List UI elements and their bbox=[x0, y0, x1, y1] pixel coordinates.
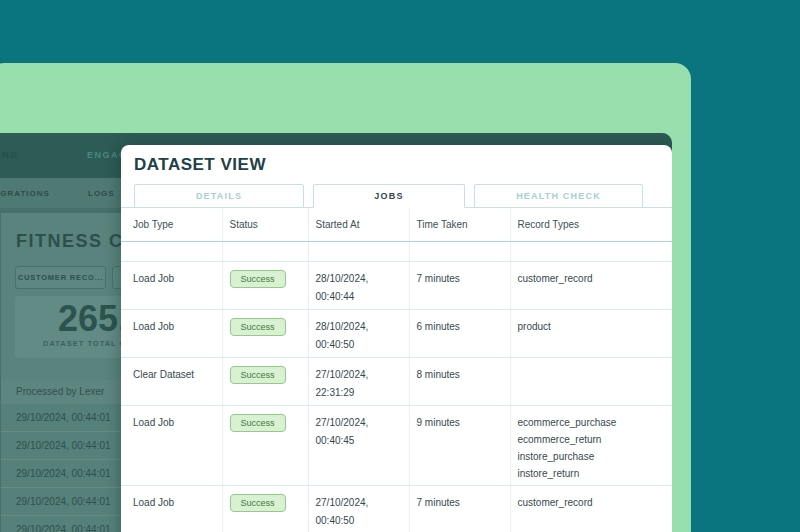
started-at-cell bbox=[308, 241, 409, 261]
table-row: Clear Dataset Success 27/10/2024, 22:31:… bbox=[121, 357, 672, 405]
table-row: Load Job Success 28/10/2024, 00:40:44 7 … bbox=[121, 261, 672, 309]
status-badge: Success bbox=[230, 270, 286, 288]
table-header-row: Job Type Status Started At Time Taken Re… bbox=[121, 208, 672, 241]
status-cell: Success bbox=[222, 405, 308, 485]
column-header-started-at: Started At bbox=[308, 208, 409, 241]
nav-item-understand[interactable]: TAND bbox=[0, 150, 18, 160]
nav-item-integrations[interactable]: TEGRATIONS bbox=[0, 189, 50, 198]
dataset-view-modal: DATASET VIEW DETAILS JOBS HEALTH CHECK J… bbox=[121, 145, 672, 532]
tab-health-check[interactable]: HEALTH CHECK bbox=[474, 184, 643, 208]
column-header-time-taken: Time Taken bbox=[409, 208, 510, 241]
time-taken-cell bbox=[409, 241, 510, 261]
time-taken-cell: 7 minutes bbox=[409, 261, 510, 309]
record-types-cell: customer_record bbox=[510, 485, 672, 532]
table-row bbox=[121, 241, 672, 261]
status-badge: Success bbox=[230, 494, 286, 512]
time-taken-cell: 6 minutes bbox=[409, 309, 510, 357]
time-taken-cell: 9 minutes bbox=[409, 405, 510, 485]
nav-item-logs[interactable]: LOGS bbox=[88, 189, 115, 198]
customer-records-tab[interactable]: CUSTOMER RECO... bbox=[15, 266, 106, 289]
table-row: Load Job Success 27/10/2024, 00:40:45 9 … bbox=[121, 405, 672, 485]
status-cell: Success bbox=[222, 485, 308, 532]
app-window-frame: TAND ENGAGE TEGRATIONS LOGS FITNESS CO -… bbox=[0, 63, 691, 532]
record-types-cell: customer_record bbox=[510, 261, 672, 309]
tab-jobs[interactable]: JOBS bbox=[313, 184, 465, 208]
job-type-cell: Load Job bbox=[121, 405, 222, 485]
started-at-cell: 27/10/2024, 22:31:29 bbox=[308, 357, 409, 405]
status-cell: Success bbox=[222, 357, 308, 405]
column-header-job-type: Job Type bbox=[121, 208, 222, 241]
record-types-cell bbox=[510, 357, 672, 405]
table-row: Load Job Success 27/10/2024, 00:40:50 7 … bbox=[121, 485, 672, 532]
started-at-cell: 28/10/2024, 00:40:50 bbox=[308, 309, 409, 357]
status-badge: Success bbox=[230, 414, 286, 432]
job-type-cell bbox=[121, 241, 222, 261]
time-taken-cell: 7 minutes bbox=[409, 485, 510, 532]
job-type-cell: Load Job bbox=[121, 309, 222, 357]
status-badge: Success bbox=[230, 318, 286, 336]
jobs-table: Job Type Status Started At Time Taken Re… bbox=[121, 208, 672, 532]
column-header-status: Status bbox=[222, 208, 308, 241]
status-badge: Success bbox=[230, 366, 286, 384]
status-cell bbox=[222, 241, 308, 261]
record-types-cell: ecommerce_purchase ecommerce_return inst… bbox=[510, 405, 672, 485]
modal-title: DATASET VIEW bbox=[134, 155, 266, 175]
app-window: TAND ENGAGE TEGRATIONS LOGS FITNESS CO -… bbox=[0, 133, 672, 532]
column-header-record-types: Record Types bbox=[510, 208, 672, 241]
started-at-cell: 27/10/2024, 00:40:50 bbox=[308, 485, 409, 532]
record-types-cell: product bbox=[510, 309, 672, 357]
started-at-cell: 27/10/2024, 00:40:45 bbox=[308, 405, 409, 485]
status-cell: Success bbox=[222, 261, 308, 309]
record-types-cell bbox=[510, 241, 672, 261]
started-at-cell: 28/10/2024, 00:40:44 bbox=[308, 261, 409, 309]
modal-tabs: DETAILS JOBS HEALTH CHECK bbox=[134, 184, 656, 208]
job-type-cell: Load Job bbox=[121, 261, 222, 309]
job-type-cell: Load Job bbox=[121, 485, 222, 532]
status-cell: Success bbox=[222, 309, 308, 357]
table-row: Load Job Success 28/10/2024, 00:40:50 6 … bbox=[121, 309, 672, 357]
tab-details[interactable]: DETAILS bbox=[134, 184, 304, 208]
job-type-cell: Clear Dataset bbox=[121, 357, 222, 405]
time-taken-cell: 8 minutes bbox=[409, 357, 510, 405]
